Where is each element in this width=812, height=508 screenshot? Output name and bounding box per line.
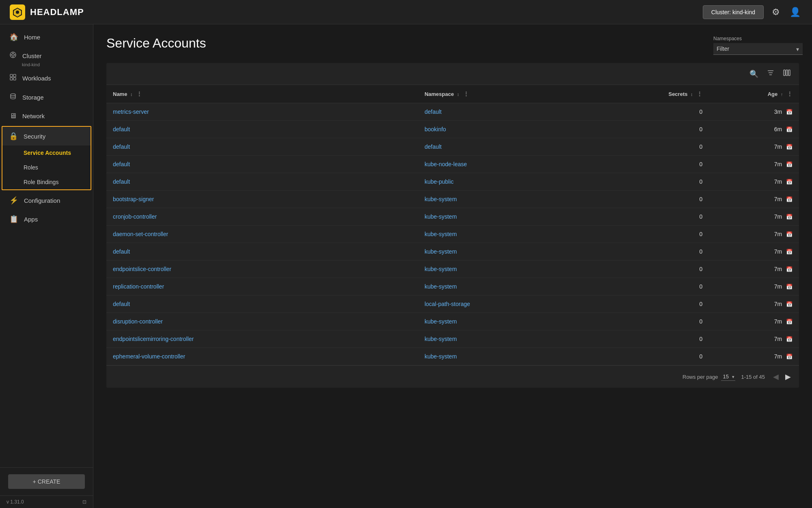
- sidebar-item-configuration[interactable]: ⚡ Configuration: [0, 191, 93, 210]
- roles-label: Roles: [24, 164, 38, 171]
- col-name-sort[interactable]: ↕: [130, 92, 133, 97]
- col-name-menu[interactable]: ⋮: [136, 91, 142, 97]
- sidebar-item-network[interactable]: 🖥 Network: [0, 107, 93, 125]
- table-row[interactable]: default kube-node-lease 0 7m 📅: [106, 156, 799, 173]
- cell-name[interactable]: bootstrap-signer: [106, 191, 418, 208]
- age-value: 7m: [774, 248, 782, 255]
- search-icon[interactable]: 🔍: [748, 68, 760, 80]
- settings-icon: ⚙: [772, 7, 780, 17]
- cell-namespace[interactable]: local-path-storage: [418, 295, 626, 313]
- calendar-icon: 📅: [786, 319, 793, 325]
- table-row[interactable]: cronjob-controller kube-system 0 7m 📅: [106, 208, 799, 226]
- col-name[interactable]: Name ↕ ⋮: [106, 85, 418, 103]
- cell-namespace[interactable]: kube-system: [418, 348, 626, 365]
- cell-namespace[interactable]: kube-system: [418, 261, 626, 278]
- col-age-menu[interactable]: ⋮: [787, 91, 793, 97]
- table-row[interactable]: default bookinfo 0 6m 📅: [106, 121, 799, 138]
- table-row[interactable]: default local-path-storage 0 7m 📅: [106, 295, 799, 313]
- cell-name[interactable]: endpointslicemirroring-controller: [106, 330, 418, 348]
- cell-namespace[interactable]: kube-public: [418, 173, 626, 191]
- cell-name[interactable]: cronjob-controller: [106, 208, 418, 226]
- col-secrets-sort[interactable]: ↕: [691, 92, 693, 97]
- cell-name[interactable]: default: [106, 173, 418, 191]
- calendar-icon: 📅: [786, 161, 793, 167]
- cell-namespace[interactable]: kube-system: [418, 191, 626, 208]
- cell-secrets: 0: [626, 226, 709, 243]
- col-age-sort[interactable]: ↑: [781, 92, 783, 97]
- cell-name[interactable]: default: [106, 121, 418, 138]
- cell-namespace[interactable]: kube-system: [418, 278, 626, 295]
- cell-name[interactable]: default: [106, 295, 418, 313]
- prev-page-button[interactable]: ◀: [771, 371, 780, 383]
- cell-name[interactable]: daemon-set-controller: [106, 226, 418, 243]
- sidebar-item-storage[interactable]: Storage: [0, 88, 93, 107]
- col-age[interactable]: Age ↑ ⋮: [709, 85, 799, 103]
- next-page-button[interactable]: ▶: [784, 371, 793, 383]
- user-button[interactable]: 👤: [788, 5, 802, 19]
- table-row[interactable]: endpointslicemirroring-controller kube-s…: [106, 330, 799, 348]
- table-toolbar: 🔍: [106, 63, 799, 85]
- cell-namespace[interactable]: kube-system: [418, 226, 626, 243]
- calendar-icon: 📅: [786, 126, 793, 132]
- table-row[interactable]: disruption-controller kube-system 0 7m 📅: [106, 313, 799, 330]
- table-row[interactable]: default kube-system 0 7m 📅: [106, 243, 799, 261]
- cell-namespace[interactable]: default: [418, 103, 626, 121]
- table-row[interactable]: default default 0 7m 📅: [106, 138, 799, 156]
- minimize-icon[interactable]: ⊡: [82, 499, 86, 505]
- table-row[interactable]: endpointslice-controller kube-system 0 7…: [106, 261, 799, 278]
- col-namespace-menu[interactable]: ⋮: [463, 91, 469, 97]
- table-row[interactable]: ephemeral-volume-controller kube-system …: [106, 348, 799, 365]
- table-row[interactable]: metrics-server default 0 3m 📅: [106, 103, 799, 121]
- rows-per-page-select[interactable]: 15 25 50: [721, 373, 735, 381]
- cell-namespace[interactable]: default: [418, 138, 626, 156]
- cell-secrets: 0: [626, 330, 709, 348]
- sidebar-item-role-bindings[interactable]: Role Bindings: [2, 175, 91, 189]
- table-row[interactable]: replication-controller kube-system 0 7m …: [106, 278, 799, 295]
- cell-secrets: 0: [626, 295, 709, 313]
- cell-name[interactable]: endpointslice-controller: [106, 261, 418, 278]
- table-row[interactable]: bootstrap-signer kube-system 0 7m 📅: [106, 191, 799, 208]
- cell-age: 7m 📅: [709, 156, 799, 173]
- col-secrets[interactable]: Secrets ↕ ⋮: [626, 85, 709, 103]
- cell-namespace[interactable]: kube-system: [418, 313, 626, 330]
- svg-rect-19: [788, 70, 790, 76]
- col-secrets-menu[interactable]: ⋮: [697, 91, 702, 97]
- cell-name[interactable]: metrics-server: [106, 103, 418, 121]
- cluster-button[interactable]: Cluster: kind-kind: [703, 5, 764, 19]
- namespace-select[interactable]: Filter: [713, 43, 803, 55]
- sidebar-item-apps[interactable]: 📋 Apps: [0, 210, 93, 228]
- cell-name[interactable]: ephemeral-volume-controller: [106, 348, 418, 365]
- layout: 🏠 Home Cluster kind-kind: [0, 24, 812, 508]
- col-namespace[interactable]: Namespace ↕ ⋮: [418, 85, 626, 103]
- columns-icon[interactable]: [781, 67, 793, 80]
- settings-button[interactable]: ⚙: [770, 5, 782, 19]
- create-button[interactable]: + CREATE: [8, 474, 85, 489]
- sidebar-item-home[interactable]: 🏠 Home: [0, 28, 93, 46]
- table-footer: Rows per page 15 25 50 ▾ 1-15 of 45 ◀ ▶: [106, 365, 799, 388]
- sidebar-item-service-accounts[interactable]: Service Accounts: [2, 145, 91, 160]
- svg-rect-12: [13, 78, 16, 80]
- cell-namespace[interactable]: kube-node-lease: [418, 156, 626, 173]
- age-value: 7m: [774, 143, 782, 150]
- cell-age: 7m 📅: [709, 348, 799, 365]
- cell-name[interactable]: default: [106, 156, 418, 173]
- calendar-icon: 📅: [786, 336, 793, 342]
- cell-namespace[interactable]: bookinfo: [418, 121, 626, 138]
- table-row[interactable]: default kube-public 0 7m 📅: [106, 173, 799, 191]
- filter-icon[interactable]: [765, 67, 776, 80]
- col-namespace-sort[interactable]: ↕: [457, 92, 460, 97]
- sidebar-item-workloads[interactable]: Workloads: [0, 69, 93, 88]
- sidebar-item-security[interactable]: 🔒 Security: [2, 127, 91, 145]
- cell-secrets: 0: [626, 173, 709, 191]
- sidebar-item-roles[interactable]: Roles: [2, 160, 91, 175]
- create-area: + CREATE: [0, 467, 93, 495]
- table-row[interactable]: daemon-set-controller kube-system 0 7m 📅: [106, 226, 799, 243]
- cell-name[interactable]: default: [106, 243, 418, 261]
- cell-name[interactable]: replication-controller: [106, 278, 418, 295]
- calendar-icon: 📅: [786, 354, 793, 360]
- cell-namespace[interactable]: kube-system: [418, 330, 626, 348]
- cell-name[interactable]: default: [106, 138, 418, 156]
- cell-namespace[interactable]: kube-system: [418, 243, 626, 261]
- cell-namespace[interactable]: kube-system: [418, 208, 626, 226]
- cell-name[interactable]: disruption-controller: [106, 313, 418, 330]
